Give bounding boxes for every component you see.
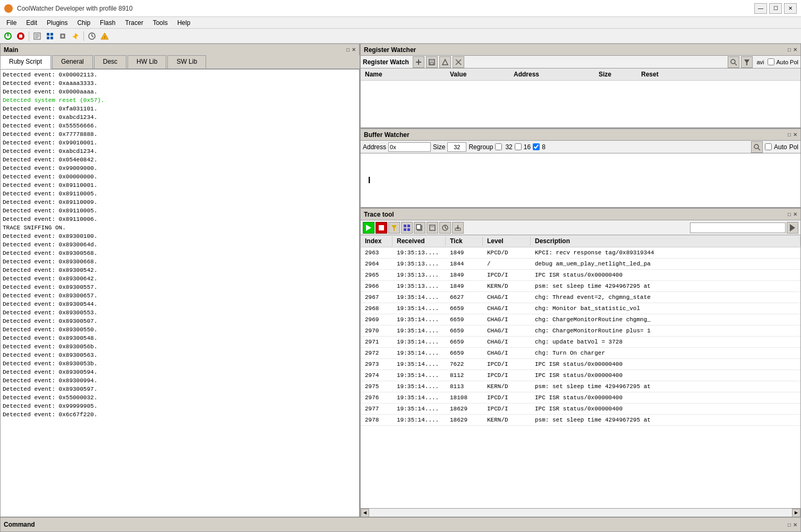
trace-run-btn[interactable]: [363, 222, 374, 234]
buf-check-16[interactable]: [515, 143, 522, 150]
scroll-right-btn[interactable]: ▶: [792, 509, 800, 517]
tab-ruby-script[interactable]: Ruby Script: [0, 55, 51, 69]
log-output[interactable]: Detected event: 0x00002113.Detected even…: [1, 70, 359, 517]
menu-plugins[interactable]: Plugins: [42, 18, 72, 28]
buf-size-input[interactable]: [447, 142, 466, 152]
trace-row[interactable]: 2975 19:35:14.... 8113 KERN/D psm: set s…: [361, 381, 800, 392]
reg-search-btn[interactable]: [728, 56, 739, 68]
reg-auto-label: Auto: [776, 59, 788, 65]
trace-export-btn[interactable]: [452, 222, 464, 234]
toolbar-sep-2: [83, 31, 84, 41]
trace-row[interactable]: 2968 19:35:14.... 6659 CHAG/I chg: Monit…: [361, 303, 800, 314]
trace-cell-index: 2976: [361, 392, 393, 403]
buf-check-8[interactable]: [533, 143, 540, 150]
log-btn[interactable]: [31, 30, 43, 42]
app-icon: [4, 4, 13, 13]
trace-stop-btn[interactable]: [376, 222, 387, 234]
trace-row[interactable]: 2971 19:35:14.... 6659 CHAG/I chg: updat…: [361, 337, 800, 348]
trace-row[interactable]: 2965 19:35:13.... 1849 IPCD/I IPC ISR st…: [361, 270, 800, 281]
command-bar-close[interactable]: ✕: [793, 522, 797, 528]
trace-search-input[interactable]: [690, 222, 786, 233]
tab-general[interactable]: General: [52, 55, 93, 68]
buf-search-btn[interactable]: [751, 141, 763, 153]
buffer-watcher-title: Buffer Watcher: [364, 131, 410, 139]
trace-horizontal-scrollbar[interactable]: ◀ ▶: [361, 508, 800, 517]
svg-marker-50: [790, 224, 795, 231]
menu-tracer[interactable]: Tracer: [121, 18, 147, 28]
buf-watcher-close[interactable]: ✕: [793, 132, 797, 138]
trace-row[interactable]: 2972 19:35:14.... 6659 CHAG/I chg: Turn …: [361, 348, 800, 359]
minimize-button[interactable]: —: [754, 3, 767, 14]
trace-tool-close[interactable]: ✕: [793, 211, 797, 217]
menu-help[interactable]: Help: [173, 18, 195, 28]
trace-grid-btn[interactable]: [401, 222, 413, 234]
watch-btn[interactable]: [86, 30, 98, 42]
trace-row[interactable]: 2969 19:35:14.... 6659 CHAG/I chg: Charg…: [361, 314, 800, 325]
trace-cell-tick: 7622: [446, 359, 483, 370]
menu-edit[interactable]: Edit: [22, 18, 41, 28]
trace-tool-restore[interactable]: □: [788, 211, 791, 217]
menu-chip[interactable]: Chip: [73, 18, 95, 28]
trace-cell-desc: IPC ISR status/0x00000400: [531, 404, 800, 414]
reg-clear-btn[interactable]: [453, 56, 464, 68]
buf-watcher-restore[interactable]: □: [788, 132, 791, 138]
reg-save-btn[interactable]: [426, 56, 438, 68]
trace-row[interactable]: 2967 19:35:14.... 6627 CHAG/I chg: Threa…: [361, 292, 800, 303]
chip-btn[interactable]: [57, 30, 69, 42]
trace-cell-desc: psm: set sleep time 4294967295 at: [531, 381, 800, 392]
trace-row[interactable]: 2964 19:35:13.... 1844 / debug am_uem_pl…: [361, 259, 800, 270]
trace-filter-btn[interactable]: [388, 222, 400, 234]
reg-filter-btn[interactable]: [741, 56, 753, 68]
reg-watcher-close[interactable]: ✕: [793, 47, 797, 53]
buf-regroup-check[interactable]: [495, 143, 502, 150]
main-panel-restore[interactable]: □: [346, 47, 350, 53]
trace-cell-tick: 6659: [446, 348, 483, 358]
scroll-track[interactable]: [369, 509, 792, 517]
buf-auto-check[interactable]: [765, 143, 772, 150]
reg-add-btn[interactable]: [413, 56, 424, 68]
tab-hw-lib[interactable]: HW Lib: [127, 55, 166, 68]
danger-btn[interactable]: !: [99, 30, 110, 42]
stop-btn[interactable]: [15, 30, 27, 42]
flash-btn[interactable]: [70, 30, 81, 42]
trace-row[interactable]: 2966 19:35:13.... 1849 KERN/D psm: set s…: [361, 281, 800, 292]
close-button[interactable]: ✕: [784, 3, 797, 14]
tab-desc[interactable]: Desc: [94, 55, 126, 68]
menu-tools[interactable]: Tools: [149, 18, 172, 28]
trace-cell-desc: IPC ISR status/0x00000400: [531, 392, 800, 403]
trace-row[interactable]: 2978 19:35:14.... 18629 KERN/D psm: set …: [361, 415, 800, 426]
main-panel-close[interactable]: ✕: [352, 47, 356, 53]
svg-marker-30: [744, 59, 749, 65]
power-btn[interactable]: [2, 30, 14, 42]
trace-row[interactable]: 2974 19:35:14.... 8112 IPCD/I IPC ISR st…: [361, 370, 800, 381]
log-line: Detected event: 0x89110005.: [3, 207, 357, 215]
scroll-left-btn[interactable]: ◀: [361, 509, 369, 517]
trace-search-go-btn[interactable]: [787, 222, 798, 234]
command-bar-restore[interactable]: □: [788, 522, 791, 528]
trace-table-body[interactable]: 2963 19:35:13.... 1849 KPCD/D KPCI: recv…: [361, 247, 800, 508]
trace-cell-tick: 18629: [446, 404, 483, 414]
trace-row[interactable]: 2963 19:35:13.... 1849 KPCD/D KPCI: recv…: [361, 247, 800, 259]
trace-row[interactable]: 2976 19:35:14.... 18108 IPCD/I IPC ISR s…: [361, 392, 800, 404]
reg-watcher-restore[interactable]: □: [788, 47, 791, 53]
trace-btn[interactable]: [44, 30, 56, 42]
maximize-button[interactable]: ☐: [769, 3, 782, 14]
reg-auto-check[interactable]: [768, 58, 774, 65]
trace-cell-received: 19:35:14....: [393, 392, 446, 403]
trace-row[interactable]: 2970 19:35:14.... 6659 CHAG/I chg: Charg…: [361, 325, 800, 337]
trace-save-btn[interactable]: [427, 222, 438, 234]
command-bar-controls: □ ✕: [788, 522, 797, 528]
log-line: Detected event: 0x89300550.: [3, 325, 357, 334]
trace-cell-index: 2968: [361, 303, 393, 314]
trace-row[interactable]: 2973 19:35:14.... 7622 IPCD/I IPC ISR st…: [361, 359, 800, 370]
reg-load-btn[interactable]: [439, 56, 451, 68]
trace-cell-index: 2970: [361, 325, 393, 336]
trace-clock-btn[interactable]: [439, 222, 451, 234]
buf-address-input[interactable]: [388, 142, 431, 152]
trace-row[interactable]: 2977 19:35:14.... 18629 IPCD/I IPC ISR s…: [361, 404, 800, 415]
trace-cell-desc: IPC ISR status/0x00000400: [531, 359, 800, 370]
menu-flash[interactable]: Flash: [96, 18, 120, 28]
tab-sw-lib[interactable]: SW Lib: [167, 55, 206, 68]
menu-file[interactable]: File: [2, 18, 21, 28]
trace-copy-btn[interactable]: [414, 222, 425, 234]
